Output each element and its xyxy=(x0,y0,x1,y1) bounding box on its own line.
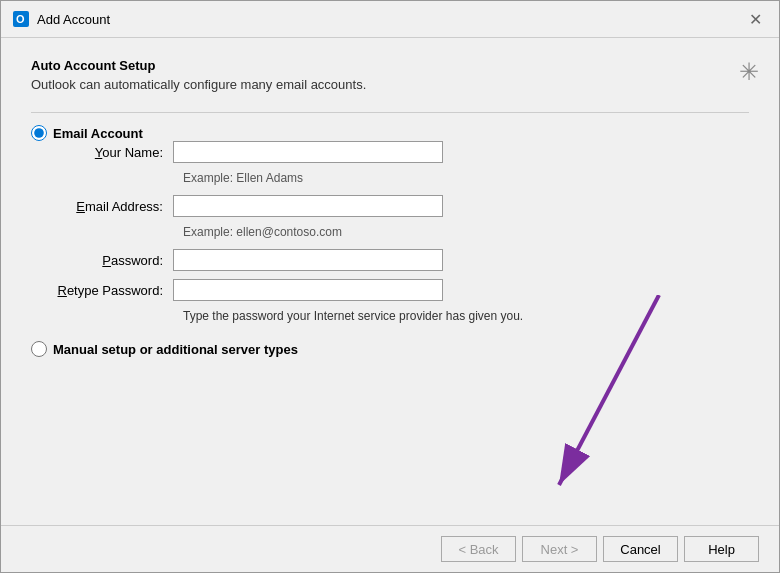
svg-line-3 xyxy=(559,295,659,485)
manual-setup-section[interactable]: Manual setup or additional server types xyxy=(31,341,749,357)
back-button[interactable]: < Back xyxy=(441,536,516,562)
email-account-form: Your Name: Example: Ellen Adams Email Ad… xyxy=(31,141,749,323)
email-address-row: Email Address: xyxy=(53,195,749,217)
dialog-footer: < Back Next > Cancel Help xyxy=(1,525,779,572)
retype-password-row: Retype Password: xyxy=(53,279,749,301)
help-button[interactable]: Help xyxy=(684,536,759,562)
decorative-icon: ✳ xyxy=(739,58,759,86)
auto-setup-desc: Outlook can automatically configure many… xyxy=(31,77,749,92)
your-name-row: Your Name: xyxy=(53,141,749,163)
dialog-title: Add Account xyxy=(37,12,110,27)
annotation-arrow xyxy=(489,295,689,515)
email-address-input[interactable] xyxy=(173,195,443,217)
email-account-label: Email Account xyxy=(53,126,143,141)
svg-text:O: O xyxy=(16,13,25,25)
password-label: Password: xyxy=(53,253,173,268)
dialog-content: ✳ Auto Account Setup Outlook can automat… xyxy=(1,38,779,525)
your-name-label: Your Name: xyxy=(53,145,173,160)
your-name-input[interactable] xyxy=(173,141,443,163)
manual-setup-radio[interactable] xyxy=(31,341,47,357)
divider xyxy=(31,112,749,113)
title-bar-left: O Add Account xyxy=(13,11,110,27)
close-button[interactable]: ✕ xyxy=(743,7,767,31)
retype-password-label: Retype Password: xyxy=(53,283,173,298)
next-button[interactable]: Next > xyxy=(522,536,597,562)
add-account-dialog: O Add Account ✕ ✳ Auto Account Setup Out… xyxy=(0,0,780,573)
email-account-radio[interactable] xyxy=(31,125,47,141)
email-address-example: Example: ellen@contoso.com xyxy=(53,225,749,239)
password-hint: Type the password your Internet service … xyxy=(53,309,749,323)
password-row: Password: xyxy=(53,249,749,271)
app-icon: O xyxy=(13,11,29,27)
password-section: Password: Retype Password: Type the pass… xyxy=(53,249,749,323)
cancel-button[interactable]: Cancel xyxy=(603,536,678,562)
retype-password-input[interactable] xyxy=(173,279,443,301)
auto-setup-title: Auto Account Setup xyxy=(31,58,749,73)
email-account-radio-label[interactable]: Email Account xyxy=(31,125,749,141)
your-name-example: Example: Ellen Adams xyxy=(53,171,749,185)
password-input[interactable] xyxy=(173,249,443,271)
email-address-label: Email Address: xyxy=(53,199,173,214)
title-bar: O Add Account ✕ xyxy=(1,1,779,38)
manual-setup-label: Manual setup or additional server types xyxy=(53,342,298,357)
email-account-section: Email Account Your Name: Example: Ellen … xyxy=(31,125,749,323)
